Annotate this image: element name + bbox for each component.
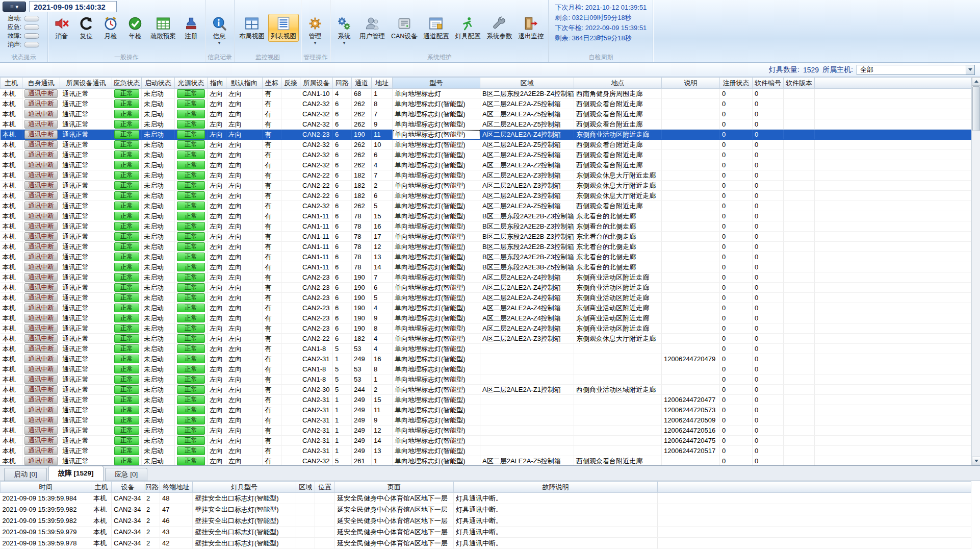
user-management-button[interactable]: 用户管理 xyxy=(357,14,388,42)
lamp-row[interactable]: 本机通讯中断通讯正常正常未启动正常左向左向有CAN2-2261826单向地埋标志… xyxy=(1,191,971,201)
lamp-row[interactable]: 本机通讯中断通讯正常正常未启动正常左向左向有CAN2-32626210单向地埋标… xyxy=(1,140,971,150)
system-button[interactable]: 系统▾ xyxy=(332,14,356,46)
tab-fault[interactable]: 故障 [1529] xyxy=(48,466,104,481)
fault-row[interactable]: 2021-09-09 15:39:59.982本机CAN2-34247壁挂安全出… xyxy=(1,504,971,515)
lamp-row[interactable]: 本机通讯中断通讯正常正常未启动正常左向左向有CAN1-1167813单向地埋标志… xyxy=(1,252,971,262)
lamp-row[interactable]: 本机通讯中断通讯正常正常未启动正常左向左向有CAN2-2361904单向地埋标志… xyxy=(1,303,971,313)
tab-emergency[interactable]: 应急 [0] xyxy=(105,468,148,481)
column-header-4[interactable]: 启动状态 xyxy=(142,78,175,89)
register-button[interactable]: 注册 xyxy=(179,14,203,42)
lamp-row[interactable]: 本机通讯中断通讯正常正常未启动正常左向左向有CAN2-2361909单向地埋标志… xyxy=(1,313,971,323)
scroll-down-button[interactable] xyxy=(972,457,980,465)
lamp-row[interactable]: 本机通讯中断通讯正常正常未启动正常左向左向有CAN2-31124912单向地埋标… xyxy=(1,426,971,436)
lamp-row[interactable]: 本机通讯中断通讯正常正常未启动正常左向左向有CAN2-2261827单向地埋标志… xyxy=(1,170,971,181)
manage-button[interactable]: 管理▾ xyxy=(303,14,327,46)
column-header-12[interactable]: 通道 xyxy=(352,78,372,89)
lamp-row[interactable]: 本机通讯中断通讯正常正常未启动正常左向左向有CAN2-31124916单向地埋标… xyxy=(1,354,971,364)
lamp-row[interactable]: 本机通讯中断通讯正常正常未启动正常左向左向有CAN2-3262625单向地埋标志… xyxy=(1,201,971,211)
column-header-16[interactable]: 地点 xyxy=(574,78,662,89)
channel-config-button[interactable]: 通道配置 xyxy=(421,14,451,42)
lamp-row[interactable]: 本机通讯中断通讯正常正常未启动正常左向左向有CAN2-2261824单向地埋标志… xyxy=(1,334,971,344)
lamp-row[interactable]: 本机通讯中断通讯正常正常未启动正常左向左向有CAN2-3262628单向地埋标志… xyxy=(1,99,971,109)
lamp-row[interactable]: 本机通讯中断通讯正常正常未启动正常左向左向有CAN2-31124911单向地埋标… xyxy=(1,405,971,415)
column-header-19[interactable]: 软件编号 xyxy=(753,78,784,89)
exit-monitor-button[interactable]: 退出监控 xyxy=(515,14,546,42)
column-header-11[interactable]: 回路 xyxy=(333,78,352,89)
lamp-row[interactable]: 本机通讯中断通讯正常正常未启动正常左向左向有CAN1-1167814单向地埋标志… xyxy=(1,262,971,272)
column-header-8[interactable]: 坐标 xyxy=(263,78,281,89)
annual-check-button[interactable]: 年检 xyxy=(123,14,147,42)
lamp-row[interactable]: 本机通讯中断通讯正常正常未启动正常左向左向有CAN2-2361906单向地埋标志… xyxy=(1,283,971,293)
column-header-7[interactable]: 位置 xyxy=(315,482,335,493)
lamp-row[interactable]: 本机通讯中断通讯正常正常未启动正常左向左向有CAN2-3262624单向地埋标志… xyxy=(1,160,971,170)
column-header-4[interactable]: 终端地址 xyxy=(160,482,193,493)
fault-row[interactable]: 2021-09-09 15:39:59.979本机CAN2-34243壁挂安全出… xyxy=(1,527,971,538)
column-header-18[interactable]: 注册状态 xyxy=(720,78,753,89)
mute-button[interactable]: 消音 xyxy=(50,14,73,42)
column-header-7[interactable]: 默认指向 xyxy=(226,78,263,89)
scroll-up-button[interactable] xyxy=(972,77,980,86)
fault-row[interactable]: 2021-09-09 15:39:59.978本机CAN2-34242壁挂安全出… xyxy=(1,538,971,549)
lamp-row[interactable]: 本机通讯中断通讯正常正常未启动正常左向左向有CAN2-3052442单向地埋标志… xyxy=(1,385,971,395)
can-device-button[interactable]: CAN设备 xyxy=(389,14,420,42)
column-header-3[interactable]: 应急状态 xyxy=(112,78,142,89)
column-header-6[interactable]: 指向 xyxy=(208,78,226,89)
lamp-row[interactable]: 本机通讯中断通讯正常正常未启动正常左向左向有CAN1-85538单向地埋标志灯(… xyxy=(1,364,971,374)
list-view-button[interactable]: 列表视图 xyxy=(268,14,299,42)
lamp-config-button[interactable]: 灯具配置 xyxy=(452,14,483,42)
lamp-row[interactable]: 本机通讯中断通讯正常正常未启动正常左向左向有CAN2-23619011单向地埋标… xyxy=(1,130,971,140)
lamp-row[interactable]: 本机通讯中断通讯正常正常未启动正常左向左向有CAN1-1167816单向地埋标志… xyxy=(1,221,971,232)
host-filter-select[interactable]: 全部 xyxy=(857,65,975,75)
monthly-check-button[interactable]: 月检 xyxy=(99,14,122,42)
lamp-row[interactable]: 本机通讯中断通讯正常正常未启动正常左向左向有CAN2-2361907单向地埋标志… xyxy=(1,272,971,283)
combo-dropdown-button[interactable] xyxy=(966,65,974,74)
lamp-row[interactable]: 本机通讯中断通讯正常正常未启动正常左向左向有CAN2-3262627单向地埋标志… xyxy=(1,109,971,119)
lamp-row[interactable]: 本机通讯中断通讯正常正常未启动正常左向左向有CAN1-1167812单向地埋标志… xyxy=(1,242,971,252)
column-header-1[interactable]: 主机 xyxy=(91,482,112,493)
column-header-3[interactable]: 回路 xyxy=(144,482,160,493)
system-params-button[interactable]: 系统参数 xyxy=(484,14,514,42)
lamp-row[interactable]: 本机通讯中断通讯正常正常未启动正常左向左向有CAN2-31124913单向地埋标… xyxy=(1,446,971,456)
column-header-9[interactable]: 反接 xyxy=(281,78,300,89)
info-button[interactable]: 信息▾ xyxy=(208,14,231,46)
column-header-6[interactable]: 区域 xyxy=(296,482,315,493)
column-header-10[interactable]: 所属设备 xyxy=(300,78,333,89)
column-header-5[interactable]: 灯具型号 xyxy=(193,482,296,493)
column-header-2[interactable]: 所属设备通讯 xyxy=(60,78,112,89)
column-header-17[interactable]: 说明 xyxy=(662,78,720,89)
layout-view-button[interactable]: 布局视图 xyxy=(237,14,267,42)
column-header-0[interactable]: 时间 xyxy=(1,482,91,493)
column-header-1[interactable]: 自身通讯 xyxy=(22,78,60,89)
lamp-row[interactable]: 本机通讯中断通讯正常正常未启动正常左向左向有CAN1-85531单向地埋标志灯(… xyxy=(1,374,971,385)
column-header-9[interactable]: 故障说明 xyxy=(454,482,658,493)
lamp-row[interactable]: 本机通讯中断通讯正常正常未启动正常左向左向有CAN2-2361905单向地埋标志… xyxy=(1,293,971,303)
evacuation-plan-button[interactable]: 疏散预案 xyxy=(148,14,178,42)
column-header-8[interactable]: 页面 xyxy=(335,482,454,493)
lamp-row[interactable]: 本机通讯中断通讯正常正常未启动正常左向左向有CAN1-1167817单向地埋标志… xyxy=(1,232,971,242)
lamp-row[interactable]: 本机通讯中断通讯正常正常未启动正常左向左向有CAN1-104681单向地埋标志灯… xyxy=(1,89,971,99)
lamp-row[interactable]: 本机通讯中断通讯正常正常未启动正常左向左向有CAN2-2361908单向地埋标志… xyxy=(1,323,971,334)
column-header-2[interactable]: 设备 xyxy=(112,482,144,493)
reset-button[interactable]: 复位 xyxy=(74,14,98,42)
column-header-14[interactable]: 型号 xyxy=(393,78,480,89)
column-header-0[interactable]: 主机 xyxy=(1,78,22,89)
lamp-row[interactable]: 本机通讯中断通讯正常正常未启动正常左向左向有CAN2-3262626单向地埋标志… xyxy=(1,150,971,160)
lamp-row[interactable]: 本机通讯中断通讯正常正常未启动正常左向左向有CAN2-2261822单向地埋标志… xyxy=(1,181,971,191)
lamp-row[interactable]: 本机通讯中断通讯正常正常未启动正常左向左向有CAN1-85534单向地埋标志灯(… xyxy=(1,344,971,354)
lamp-row[interactable]: 本机通讯中断通讯正常正常未启动正常左向左向有CAN1-1167815单向地埋标志… xyxy=(1,211,971,221)
column-header-13[interactable]: 地址 xyxy=(372,78,393,89)
scrollbar-thumb[interactable] xyxy=(972,86,980,131)
column-header-20[interactable]: 软件版本 xyxy=(784,78,815,89)
fault-row[interactable]: 2021-09-09 15:39:59.982本机CAN2-34246壁挂安全出… xyxy=(1,515,971,527)
lamp-row[interactable]: 本机通讯中断通讯正常正常未启动正常左向左向有CAN2-3262629单向地埋标志… xyxy=(1,119,971,130)
lamp-row[interactable]: 本机通讯中断通讯正常正常未启动正常左向左向有CAN2-3252611单向地埋标志… xyxy=(1,456,971,466)
app-menu-button[interactable]: ≡▾ xyxy=(3,2,26,12)
tab-start[interactable]: 启动 [0] xyxy=(4,468,47,481)
column-header-5[interactable]: 光源状态 xyxy=(175,78,208,89)
lamp-row[interactable]: 本机通讯中断通讯正常正常未启动正常左向左向有CAN2-3112499单向地埋标志… xyxy=(1,415,971,426)
lamp-row[interactable]: 本机通讯中断通讯正常正常未启动正常左向左向有CAN2-31124914单向地埋标… xyxy=(1,436,971,446)
column-header-15[interactable]: 区域 xyxy=(480,78,574,89)
lamp-row[interactable]: 本机通讯中断通讯正常正常未启动正常左向左向有CAN2-31124915单向地埋标… xyxy=(1,395,971,405)
fault-row[interactable]: 2021-09-09 15:39:59.984本机CAN2-34248壁挂安全出… xyxy=(1,493,971,504)
vertical-scrollbar[interactable] xyxy=(971,77,980,465)
